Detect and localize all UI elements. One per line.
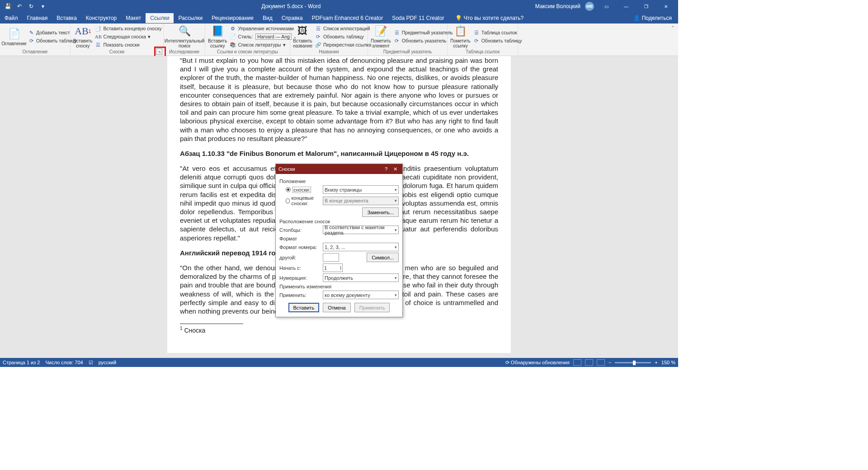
- style-icon: 📄: [230, 33, 236, 40]
- document-area[interactable]: "But I must explain to you how all this …: [0, 56, 678, 358]
- mark-citation-button[interactable]: 📋 Пометить ссылку: [450, 25, 471, 48]
- tab-view[interactable]: Вид: [258, 13, 277, 23]
- footnote-text[interactable]: 1 Сноска: [180, 326, 498, 335]
- user-avatar[interactable]: МВ: [585, 2, 594, 11]
- tab-pdfsam[interactable]: PDFsam Enhanced 6 Creator: [307, 13, 387, 23]
- insert-footnote-button[interactable]: AB1 Вставить сноску: [73, 25, 92, 48]
- section-apply-label: Применить изменения: [279, 284, 399, 289]
- insert-endnote-button[interactable]: 📑Вставить концевую сноску: [94, 25, 162, 32]
- biblio-icon: 📚: [230, 42, 236, 48]
- toc-button[interactable]: 📄 Оглавление: [3, 25, 25, 48]
- next-footnote-button[interactable]: ABСледующая сноска ▾: [94, 33, 162, 40]
- spellcheck-icon[interactable]: ☑: [89, 360, 93, 366]
- zoom-in-icon[interactable]: +: [655, 360, 657, 365]
- tab-home[interactable]: Главная: [23, 13, 52, 23]
- tab-file[interactable]: Файл: [0, 13, 23, 23]
- dialog-help-icon[interactable]: ?: [382, 166, 391, 172]
- insert-caption-button[interactable]: 🖼 Вставить название: [293, 25, 312, 48]
- update-toa-button[interactable]: ⟳Обновить таблицу: [472, 37, 523, 44]
- section-format-label: Формат: [279, 236, 399, 241]
- radio-footnotes[interactable]: сноски:: [286, 187, 311, 193]
- page-count[interactable]: Страница 1 из 2: [3, 360, 40, 365]
- tell-me-search[interactable]: 💡 Что вы хотите сделать?: [449, 15, 524, 21]
- tab-insert[interactable]: Вставка: [52, 13, 81, 23]
- insert-toa-button[interactable]: ☰Таблица ссылок: [472, 29, 523, 36]
- heading[interactable]: Абзац 1.10.33 "de Finibus Bonorum et Mal…: [180, 149, 498, 158]
- share-button[interactable]: 👤 Поделиться: [633, 15, 678, 21]
- symbol-button[interactable]: Символ...: [367, 253, 399, 262]
- lightbulb-icon: 💡: [455, 15, 462, 21]
- crossref-icon: 🔗: [315, 42, 321, 48]
- footnotes-dialog: Сноски ? ✕ Положение сноски: Внизу стран…: [275, 164, 403, 317]
- update-figures-button[interactable]: ⟳Обновить таблицу: [314, 33, 372, 40]
- tab-design[interactable]: Конструктор: [81, 13, 121, 23]
- qat-customize-icon[interactable]: ▾: [39, 2, 47, 10]
- read-mode-icon[interactable]: [573, 359, 581, 366]
- manage-sources-button[interactable]: ⚙Управление источниками: [229, 25, 297, 32]
- smart-lookup-button[interactable]: 🔍 Интеллектуальный поиск: [166, 25, 203, 48]
- group-citations: 📘 Вставить ссылку ⚙Управление источникам…: [205, 24, 290, 56]
- tab-layout[interactable]: Макет: [121, 13, 146, 23]
- tab-sodapdf[interactable]: Soda PDF 11 Creator: [387, 13, 448, 23]
- tab-references[interactable]: Ссылки: [146, 13, 174, 23]
- columns-select[interactable]: В соответствии с макетом раздела: [323, 226, 399, 234]
- group-label-toa: Таблица ссылок: [450, 48, 515, 56]
- insert-index-button[interactable]: ☰Предметный указатель: [393, 29, 454, 36]
- zoom-slider[interactable]: [615, 362, 651, 363]
- add-text-icon: ✎: [28, 29, 34, 36]
- next-icon: AB: [95, 33, 101, 40]
- zoom-level[interactable]: 150 %: [661, 360, 675, 365]
- redo-icon[interactable]: ↻: [27, 2, 35, 10]
- footnotes-location-select[interactable]: Внизу страницы: [323, 185, 399, 194]
- undo-icon[interactable]: ↶: [15, 2, 24, 10]
- web-layout-icon[interactable]: [597, 359, 605, 366]
- cancel-button[interactable]: Отмена: [323, 303, 350, 312]
- dialog-titlebar[interactable]: Сноски ? ✕: [276, 164, 402, 174]
- paragraph[interactable]: "But I must explain to you how all this …: [180, 56, 498, 143]
- tab-help[interactable]: Справка: [277, 13, 307, 23]
- citation-style-select[interactable]: 📄Стиль: Harvard — Ang ⌄: [229, 33, 297, 40]
- update-index-button[interactable]: ⟳Обновить указатель: [393, 37, 454, 44]
- print-layout-icon[interactable]: [585, 359, 593, 366]
- toc-icon: 📄: [7, 28, 21, 40]
- dialog-close-icon[interactable]: ✕: [391, 166, 400, 172]
- insert-button[interactable]: Вставить: [288, 303, 320, 312]
- apply-to-select[interactable]: ко всему документу: [323, 291, 399, 299]
- word-count[interactable]: Число слов: 704: [45, 360, 83, 365]
- save-icon[interactable]: 💾: [4, 2, 12, 10]
- insert-citation-button[interactable]: 📘 Вставить ссылку: [208, 25, 227, 48]
- table-of-figures-button[interactable]: ☰Список иллюстраций: [314, 25, 372, 32]
- show-footnotes-button[interactable]: ☰Показать сноски: [94, 41, 162, 48]
- statusbar: Страница 1 из 2 Число слов: 704 ☑ русски…: [0, 358, 678, 367]
- maximize-icon[interactable]: ❐: [638, 1, 654, 11]
- custom-mark-label: другой:: [279, 255, 321, 260]
- convert-button[interactable]: Заменить...: [362, 207, 399, 217]
- numbering-select[interactable]: Продолжить: [323, 273, 399, 282]
- user-name[interactable]: Максим Волоцкий: [535, 3, 580, 9]
- caption-icon: 🖼: [296, 25, 309, 38]
- cross-reference-button[interactable]: 🔗Перекрестная ссылка: [314, 41, 372, 48]
- mark-entry-button[interactable]: 📝 Пометить элемент: [371, 25, 391, 48]
- titlebar: 💾 ↶ ↻ ▾ Документ 5.docx - Word Максим Во…: [0, 0, 678, 13]
- tab-review[interactable]: Рецензирование: [207, 13, 258, 23]
- refresh-icon: ⟳: [394, 38, 400, 44]
- updates-status[interactable]: ⟳ Обнаружены обновления: [505, 360, 570, 366]
- start-at-spinner[interactable]: 1: [323, 263, 343, 272]
- tab-mailings[interactable]: Рассылки: [174, 13, 207, 23]
- group-label-research: Исследование: [166, 48, 202, 56]
- group-captions: 🖼 Вставить название ☰Список иллюстраций …: [290, 24, 368, 56]
- refresh-icon: ⟳: [28, 38, 34, 44]
- numformat-select[interactable]: 1, 2, 3, ...: [323, 243, 399, 251]
- bibliography-button[interactable]: 📚Список литературы ▾: [229, 41, 297, 48]
- radio-endnotes[interactable]: концевые сноски:: [286, 195, 321, 206]
- group-label-captions: Названия: [293, 48, 365, 56]
- ribbon-display-icon[interactable]: ▭: [599, 1, 614, 11]
- language-status[interactable]: русский: [99, 360, 116, 365]
- collapse-ribbon-icon[interactable]: ⌃: [667, 24, 678, 56]
- close-icon[interactable]: ✕: [658, 1, 674, 11]
- zoom-out-icon[interactable]: −: [609, 360, 611, 365]
- share-icon: 👤: [633, 15, 640, 21]
- columns-label: Столбцы:: [279, 227, 321, 233]
- minimize-icon[interactable]: —: [618, 1, 634, 11]
- custom-mark-input[interactable]: [323, 253, 339, 262]
